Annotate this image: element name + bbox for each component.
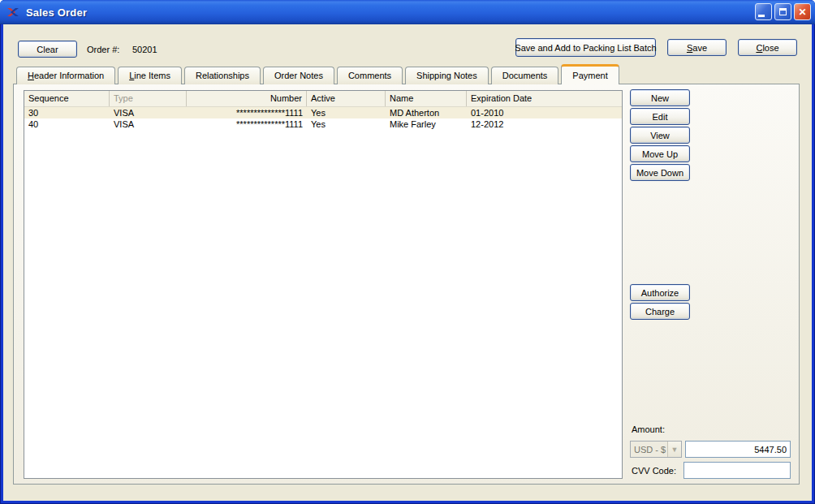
cell-expiration-date: 01-2010 — [467, 107, 622, 118]
payment-methods-table: Sequence Type Number Active Name Expirat… — [24, 90, 623, 479]
tab-strip: Header Information Line Items Relationsh… — [16, 67, 619, 84]
tab-order-notes[interactable]: Order Notes — [263, 67, 334, 84]
sales-order-window: Sales Order ✕ Clear Order #: 50201 Save … — [0, 0, 815, 504]
column-header-active[interactable]: Active — [307, 91, 386, 106]
cell-type: VISA — [110, 118, 187, 130]
table-row[interactable]: 30 VISA **************1111 Yes MD Athert… — [24, 107, 622, 118]
move-up-button[interactable]: Move Up — [630, 145, 690, 162]
tab-documents[interactable]: Documents — [491, 67, 559, 84]
tab-relationships[interactable]: Relationships — [184, 67, 261, 84]
tab-payment[interactable]: Payment — [561, 64, 619, 84]
currency-selected-value: USD - $ — [631, 445, 667, 454]
maximize-button[interactable] — [774, 3, 791, 20]
amount-label: Amount: — [632, 424, 665, 434]
window-content: Clear Order #: 50201 Save and Add to Pac… — [3, 24, 812, 501]
currency-select[interactable]: USD - $ ▼ — [630, 441, 682, 458]
close-icon: ✕ — [798, 7, 806, 17]
cell-type: VISA — [110, 107, 187, 118]
minimize-icon — [758, 15, 765, 17]
column-header-number[interactable]: Number — [187, 91, 307, 106]
tab-header-information[interactable]: Header Information — [16, 67, 115, 84]
minimize-button[interactable] — [755, 3, 772, 20]
cell-sequence: 30 — [24, 107, 110, 118]
cvv-code-label: CVV Code: — [632, 466, 676, 476]
column-header-expiration-date[interactable]: Expiration Date — [467, 91, 622, 106]
clear-button[interactable]: Clear — [18, 41, 77, 58]
new-button[interactable]: New — [630, 89, 690, 106]
tab-shipping-notes[interactable]: Shipping Notes — [405, 67, 489, 84]
titlebar[interactable]: Sales Order ✕ — [0, 0, 815, 24]
app-logo-icon — [6, 6, 19, 19]
charge-button[interactable]: Charge — [630, 303, 690, 320]
maximize-icon — [779, 8, 787, 15]
close-button[interactable]: ✕ — [794, 3, 811, 20]
cell-active: Yes — [307, 107, 386, 118]
table-header-row: Sequence Type Number Active Name Expirat… — [24, 91, 622, 107]
tab-comments[interactable]: Comments — [337, 67, 403, 84]
cell-number: **************1111 — [187, 118, 307, 130]
cell-name: Mike Farley — [386, 118, 467, 130]
authorize-button[interactable]: Authorize — [630, 284, 690, 301]
column-header-name[interactable]: Name — [386, 91, 467, 106]
cell-name: MD Atherton — [386, 107, 467, 118]
order-number-label: Order #: — [87, 45, 119, 54]
column-header-type[interactable]: Type — [110, 91, 187, 106]
chevron-down-icon: ▼ — [667, 442, 681, 457]
cvv-code-input[interactable] — [683, 462, 791, 479]
save-button[interactable]: Save — [667, 39, 727, 56]
cell-sequence: 40 — [24, 118, 110, 130]
cell-number: **************1111 — [187, 107, 307, 118]
table-row[interactable]: 40 VISA **************1111 Yes Mike Farl… — [24, 118, 622, 130]
edit-button[interactable]: Edit — [630, 108, 690, 125]
window-controls: ✕ — [755, 3, 811, 20]
move-down-button[interactable]: Move Down — [630, 164, 690, 181]
order-number-value: 50201 — [132, 45, 157, 54]
amount-input[interactable] — [685, 441, 791, 458]
column-header-sequence[interactable]: Sequence — [24, 91, 110, 106]
cell-active: Yes — [307, 118, 386, 130]
view-button[interactable]: View — [630, 127, 690, 144]
cell-expiration-date: 12-2012 — [467, 118, 622, 130]
tab-line-items[interactable]: Line Items — [118, 67, 182, 84]
window-close-button[interactable]: Close — [738, 39, 797, 56]
payment-tab-panel: Sequence Type Number Active Name Expirat… — [13, 84, 800, 485]
save-and-add-to-packing-list-batch-button[interactable]: Save and Add to Packing List Batch — [515, 38, 656, 57]
window-title: Sales Order — [26, 6, 87, 19]
